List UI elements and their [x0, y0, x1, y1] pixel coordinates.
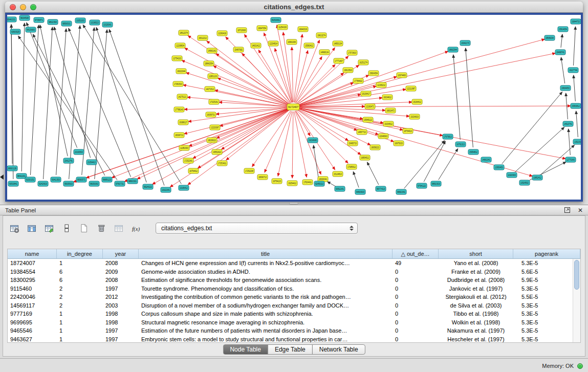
network-node[interactable]: 9460903	[355, 189, 365, 194]
network-node[interactable]: 10196523	[90, 20, 100, 25]
network-node[interactable]: 17573603	[347, 50, 357, 55]
network-node[interactable]: 9245013	[314, 181, 324, 186]
network-node[interactable]: 19154003	[409, 114, 420, 119]
network-node[interactable]: 19388127	[178, 120, 188, 125]
network-edge[interactable]	[69, 26, 80, 179]
network-node[interactable]: 10974493	[397, 73, 407, 78]
network-node[interactable]: 19227744	[568, 68, 578, 73]
network-node[interactable]: 11920903	[507, 172, 517, 178]
network-node[interactable]: 16961936	[287, 39, 297, 45]
network-edge[interactable]	[573, 27, 575, 65]
network-node[interactable]: 16754412	[188, 168, 199, 173]
network-node[interactable]: 16854912	[360, 155, 370, 160]
network-node[interactable]: 18612074	[179, 30, 189, 35]
network-node[interactable]: 19154912	[383, 121, 394, 126]
network-edge[interactable]	[453, 55, 460, 140]
network-edge[interactable]	[188, 110, 290, 185]
network-edge[interactable]	[222, 110, 290, 149]
network-edge[interactable]	[297, 110, 349, 141]
network-node[interactable]: 9689123	[102, 177, 112, 182]
network-node[interactable]: 20160503	[74, 149, 84, 155]
function-builder-button[interactable]: f(x)	[130, 222, 142, 234]
network-edge[interactable]	[215, 90, 289, 106]
network-edge[interactable]	[216, 54, 289, 104]
network-edge[interactable]	[295, 57, 322, 103]
network-edge[interactable]	[328, 182, 336, 187]
network-node[interactable]: 15124813	[333, 171, 343, 177]
network-node[interactable]: 17788143	[174, 107, 184, 112]
network-node[interactable]: 9856501	[61, 21, 72, 26]
network-edge[interactable]	[95, 30, 107, 179]
network-node[interactable]: 9924022	[143, 184, 153, 189]
network-edge[interactable]	[466, 48, 473, 147]
close-panel-icon[interactable]: ✕	[578, 207, 583, 213]
network-node[interactable]: 9505503	[63, 181, 74, 186]
network-edge[interactable]	[298, 39, 545, 106]
network-node[interactable]: 9360929	[10, 29, 20, 34]
network-node[interactable]: 19613274	[316, 33, 326, 38]
table-row[interactable]: 1872400712008Changes of HCN gene express…	[8, 259, 580, 268]
network-node[interactable]: 15583412	[304, 43, 314, 48]
network-node[interactable]: 9891503	[431, 181, 441, 186]
network-node[interactable]: 14631412	[251, 43, 261, 48]
column-header-year[interactable]: year	[103, 249, 139, 258]
column-header-title[interactable]: title	[139, 249, 393, 258]
network-node[interactable]: 12160471	[365, 104, 375, 109]
network-node[interactable]: 16022044	[176, 69, 186, 74]
scrollbar-thumb[interactable]	[574, 260, 579, 290]
column-header-out_de[interactable]: △ out_de…	[393, 249, 439, 258]
network-edge[interactable]	[109, 29, 164, 185]
network-node[interactable]: 9682341	[396, 189, 406, 194]
network-node[interactable]: 9802393	[48, 19, 58, 25]
network-node[interactable]: 18648294	[545, 35, 555, 40]
network-node[interactable]: 15549122	[363, 117, 373, 122]
network-node[interactable]: 16810472	[385, 108, 396, 113]
network-node[interactable]: 18754913	[403, 128, 413, 134]
column-header-name[interactable]: name	[8, 249, 57, 258]
network-node[interactable]: 9605063	[89, 181, 99, 186]
network-edge[interactable]	[54, 27, 91, 158]
network-edge[interactable]	[292, 47, 293, 102]
network-node[interactable]: 12204914	[268, 41, 278, 46]
network-node[interactable]: 12950453	[494, 165, 504, 170]
network-edge[interactable]	[515, 127, 564, 172]
network-edge[interactable]	[298, 108, 565, 159]
network-node[interactable]: 12260418	[217, 31, 227, 36]
create-table-button[interactable]	[78, 222, 90, 234]
network-edge[interactable]	[40, 25, 68, 156]
tab-node-table[interactable]: Node Table	[223, 344, 268, 355]
network-edge[interactable]	[296, 110, 348, 163]
network-node[interactable]: 16034612	[382, 95, 393, 100]
network-edge[interactable]	[226, 110, 290, 160]
network-node[interactable]: 12851133	[208, 74, 218, 79]
edit-columns-button[interactable]	[43, 222, 55, 234]
network-node[interactable]: 16012212	[198, 35, 208, 40]
network-node[interactable]: 10328341	[102, 22, 113, 27]
network-node[interactable]: 19154545	[308, 138, 318, 143]
network-node[interactable]: 14850134	[333, 41, 343, 46]
close-window-button[interactable]	[10, 4, 16, 10]
table-row[interactable]: 977716911998Corpus callosum shape and si…	[8, 310, 580, 318]
network-edge[interactable]	[561, 34, 562, 48]
network-edge[interactable]	[294, 112, 307, 177]
network-edge[interactable]	[258, 50, 291, 103]
network-canvas[interactable]: 9172407186120741220883412754103160220441…	[7, 15, 581, 200]
network-node[interactable]: 20412741	[63, 158, 74, 163]
network-node[interactable]: 13921503	[573, 139, 581, 144]
network-node[interactable]: 15824354	[368, 71, 379, 76]
network-node[interactable]: 9546331	[7, 17, 16, 22]
network-edge[interactable]	[275, 49, 292, 103]
network-node[interactable]: 9736871	[34, 17, 44, 23]
network-node[interactable]: 9634508	[19, 15, 30, 20]
column-header-in_degree[interactable]: in_degree	[57, 249, 103, 258]
network-edge[interactable]	[566, 93, 568, 119]
network-node[interactable]: 9794122	[417, 183, 427, 188]
network-edge[interactable]	[33, 34, 105, 176]
network-node[interactable]: 18662544	[448, 47, 458, 52]
network-edge[interactable]	[207, 41, 290, 104]
network-edge[interactable]	[574, 75, 576, 101]
table-row[interactable]: 969969511998Structural magnetic resonanc…	[8, 318, 580, 327]
network-node[interactable]: 16099701	[206, 112, 216, 117]
network-edge[interactable]	[153, 109, 289, 184]
network-edge[interactable]	[220, 108, 289, 126]
